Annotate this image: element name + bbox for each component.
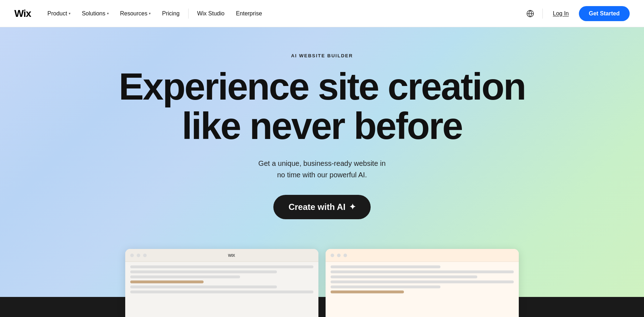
hero-subtitle: Get a unique, business-ready website in … xyxy=(258,158,386,181)
nav-label-solutions: Solutions xyxy=(82,10,106,17)
preview-line xyxy=(331,290,404,293)
chevron-down-icon: ▾ xyxy=(149,11,151,15)
hero-subtitle-line1: Get a unique, business-ready website in xyxy=(258,159,386,167)
hero-title: Experience site creation like never befo… xyxy=(119,67,525,146)
navbar: Wix Product ▾ Solutions ▾ Resources ▾ Pr… xyxy=(0,0,644,27)
preview-line xyxy=(130,290,313,293)
preview-wix-logo: WIX xyxy=(228,253,235,258)
create-with-ai-button[interactable]: Create with AI ✦ xyxy=(273,195,370,219)
preview-card-2-body xyxy=(326,262,519,317)
chevron-down-icon: ▾ xyxy=(69,11,70,15)
preview-dot xyxy=(343,254,347,257)
preview-card-2 xyxy=(326,249,519,317)
login-button[interactable]: Log In xyxy=(548,8,573,20)
preview-area: WIX xyxy=(125,242,519,317)
create-ai-label: Create with AI xyxy=(288,202,345,212)
nav-item-wix-studio[interactable]: Wix Studio xyxy=(192,8,229,20)
preview-line xyxy=(130,280,204,283)
preview-line xyxy=(130,265,313,268)
hero-content: AI WEBSITE BUILDER Experience site creat… xyxy=(119,27,525,241)
nav-links: Product ▾ Solutions ▾ Resources ▾ Pricin… xyxy=(43,8,521,20)
nav-label-wix-studio: Wix Studio xyxy=(197,10,224,17)
hero-subtitle-line2: no time with our powerful AI. xyxy=(277,171,367,179)
language-selector-button[interactable] xyxy=(524,7,537,20)
nav-label-product: Product xyxy=(48,10,67,17)
preview-dot xyxy=(137,254,140,257)
nav-item-pricing[interactable]: Pricing xyxy=(157,8,185,20)
preview-line xyxy=(331,280,514,283)
nav-label-resources: Resources xyxy=(120,10,147,17)
nav-vertical-divider xyxy=(542,9,543,19)
preview-card-2-header xyxy=(326,249,519,262)
preview-card-1-body xyxy=(125,262,318,317)
nav-right: Log In Get Started xyxy=(524,6,630,21)
wix-logo[interactable]: Wix xyxy=(14,8,31,19)
preview-line xyxy=(331,270,514,273)
preview-line xyxy=(331,275,477,278)
nav-label-enterprise: Enterprise xyxy=(236,10,262,17)
preview-line xyxy=(331,265,440,268)
nav-item-product[interactable]: Product ▾ xyxy=(43,8,75,20)
globe-icon xyxy=(526,10,534,18)
hero-section: AI WEBSITE BUILDER Experience site creat… xyxy=(0,27,644,317)
preview-line xyxy=(331,285,440,288)
preview-line xyxy=(130,275,240,278)
preview-dot xyxy=(130,254,134,257)
preview-dot xyxy=(143,254,147,257)
preview-card-1-header: WIX xyxy=(125,249,318,262)
nav-item-solutions[interactable]: Solutions ▾ xyxy=(77,8,114,20)
preview-line xyxy=(130,270,277,273)
get-started-button[interactable]: Get Started xyxy=(579,6,630,21)
nav-divider xyxy=(188,9,189,19)
chevron-down-icon: ▾ xyxy=(107,11,109,15)
preview-dot xyxy=(331,254,334,257)
preview-line xyxy=(130,285,277,288)
hero-badge: AI WEBSITE BUILDER xyxy=(291,53,353,58)
nav-label-pricing: Pricing xyxy=(162,10,180,17)
sparkle-icon: ✦ xyxy=(349,202,356,212)
hero-title-line2: like never before xyxy=(182,105,462,147)
hero-title-line1: Experience site creation xyxy=(119,66,525,107)
preview-card-1: WIX xyxy=(125,249,318,317)
nav-item-resources[interactable]: Resources ▾ xyxy=(115,8,156,20)
nav-item-enterprise[interactable]: Enterprise xyxy=(231,8,267,20)
preview-dot xyxy=(337,254,341,257)
